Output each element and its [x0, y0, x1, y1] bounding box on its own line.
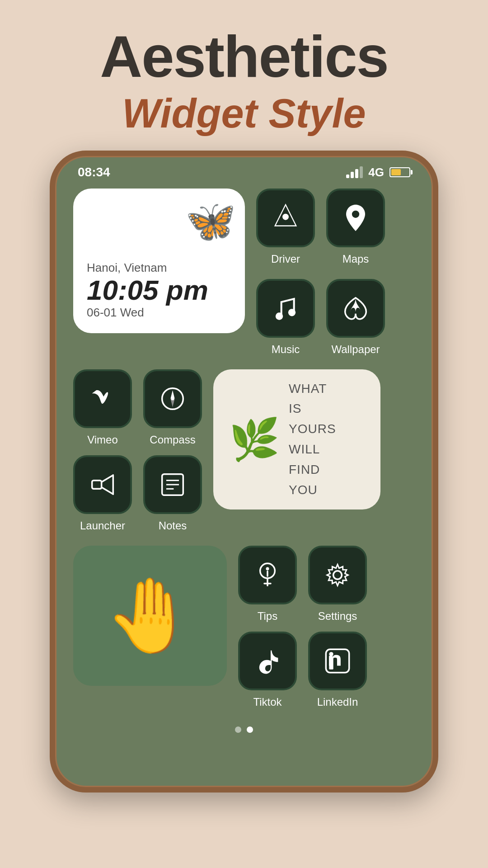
app-vimeo[interactable]: Vimeo	[73, 369, 132, 446]
svg-point-11	[171, 397, 174, 401]
tips-label: Tips	[258, 610, 277, 623]
quote-text: WHATISYOURSWILLFINDYOU	[289, 379, 336, 500]
tiktok-label: Tiktok	[253, 696, 282, 708]
svg-point-21	[333, 571, 342, 580]
battery-icon	[389, 167, 410, 177]
compass-label: Compass	[150, 434, 195, 446]
tips-icon-bg	[238, 546, 297, 604]
driver-icon-bg	[256, 189, 315, 247]
maps-icon	[340, 202, 371, 234]
compass-icon	[157, 383, 188, 415]
quote-widget: 🌿 WHATISYOURSWILLFINDYOU	[213, 369, 380, 509]
vimeo-icon-bg	[73, 369, 132, 428]
svg-point-2	[276, 312, 283, 320]
clock-widget: 🦋 Hanoi, Vietnam 10:05 pm 06-01 Wed	[73, 189, 245, 333]
vimeo-label: Vimeo	[87, 434, 118, 446]
app-music[interactable]: Music	[256, 279, 315, 356]
dot-2	[247, 726, 253, 733]
phone-frame: 08:34 4G 🦋 Hanoi, Vietnam 10:05 pm 06-01…	[50, 151, 438, 793]
launcher-icon-bg	[73, 455, 132, 514]
linkedin-icon	[322, 645, 353, 677]
notes-label: Notes	[159, 519, 187, 532]
phone-content: 🦋 Hanoi, Vietnam 10:05 pm 06-01 Wed Driv…	[55, 184, 433, 783]
music-icon	[270, 292, 301, 324]
col-left: Vimeo Launcher	[73, 369, 132, 532]
svg-point-0	[282, 214, 289, 220]
linkedin-label: LinkedIn	[317, 696, 358, 708]
app-wallpaper[interactable]: Wallpaper	[326, 279, 385, 356]
settings-icon	[322, 559, 353, 591]
row-1: 🦋 Hanoi, Vietnam 10:05 pm 06-01 Wed Driv…	[73, 189, 415, 356]
maps-icon-bg	[326, 189, 385, 247]
dot-1	[235, 726, 241, 733]
col-mid: Compass Notes	[143, 369, 202, 532]
app-linkedin[interactable]: LinkedIn	[308, 632, 367, 708]
svg-point-1	[352, 211, 359, 218]
tips-icon	[252, 559, 283, 591]
svg-line-5	[102, 475, 113, 482]
compass-icon-bg	[143, 369, 202, 428]
svg-line-6	[102, 487, 113, 494]
status-time: 08:34	[78, 165, 110, 179]
vimeo-icon	[87, 383, 118, 415]
svg-point-24	[329, 652, 333, 656]
maps-label: Maps	[343, 253, 369, 265]
sub-title: Widget Style	[100, 90, 388, 137]
app-compass[interactable]: Compass	[143, 369, 202, 446]
tiktok-icon	[252, 645, 283, 677]
launcher-icon	[87, 469, 118, 500]
svg-rect-4	[92, 481, 102, 489]
settings-icon-bg	[308, 546, 367, 604]
app-maps[interactable]: Maps	[326, 189, 385, 265]
app-settings[interactable]: Settings	[308, 546, 367, 623]
wallpaper-icon-bg	[326, 279, 385, 338]
app-launcher[interactable]: Launcher	[73, 455, 132, 532]
driver-label: Driver	[271, 253, 300, 265]
app-tips[interactable]: Tips	[238, 546, 297, 623]
app-notes[interactable]: Notes	[143, 455, 202, 532]
app-tiktok[interactable]: Tiktok	[238, 632, 297, 708]
launcher-label: Launcher	[80, 519, 125, 532]
clock-location: Hanoi, Vietnam	[87, 261, 231, 275]
photo-widget: 🤚	[73, 546, 227, 686]
clock-date: 06-01 Wed	[87, 306, 231, 320]
status-bar: 08:34 4G	[55, 156, 433, 184]
tiktok-icon-bg	[238, 632, 297, 690]
butterfly-decoration: 🦋	[185, 198, 236, 245]
row-2: Vimeo Launcher	[73, 369, 415, 532]
music-icon-bg	[256, 279, 315, 338]
svg-point-3	[288, 309, 296, 316]
network-type: 4G	[368, 165, 384, 179]
app-driver[interactable]: Driver	[256, 189, 315, 265]
pagination-dots	[73, 726, 415, 733]
quote-plant-icon: 🌿	[229, 416, 280, 463]
notes-icon	[157, 469, 188, 500]
linkedin-icon-bg	[308, 632, 367, 690]
notes-icon-bg	[143, 455, 202, 514]
signal-icon	[346, 166, 363, 178]
driver-icon	[270, 202, 301, 234]
music-label: Music	[272, 343, 300, 356]
bottom-right-apps: Tips Settings	[238, 546, 367, 708]
main-title: Aesthetics	[100, 27, 388, 86]
settings-label: Settings	[318, 610, 357, 623]
status-right: 4G	[346, 165, 410, 179]
wallpaper-icon	[340, 292, 371, 324]
clock-time: 10:05 pm	[87, 275, 231, 306]
top-right-apps: Driver Maps	[256, 189, 385, 356]
header: Aesthetics Widget Style	[82, 0, 406, 151]
hand-butterfly-art: 🤚	[105, 573, 195, 658]
row-3: 🤚 Tips	[73, 546, 415, 708]
svg-point-19	[266, 567, 269, 571]
wallpaper-label: Wallpaper	[331, 343, 380, 356]
